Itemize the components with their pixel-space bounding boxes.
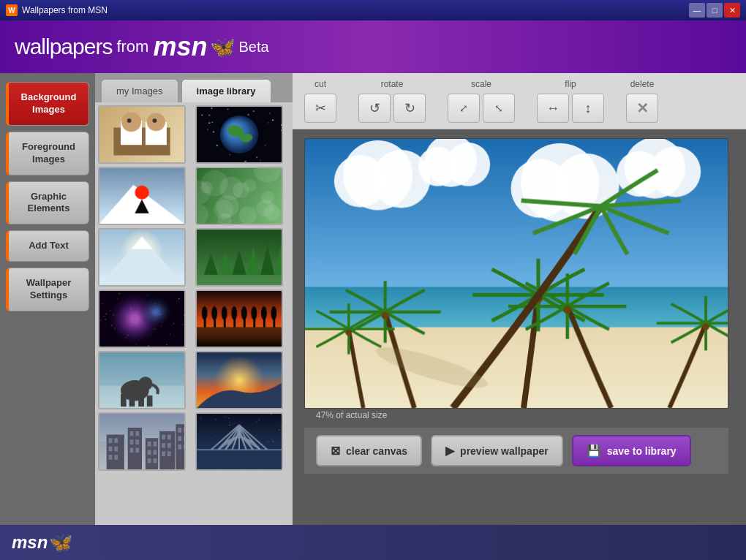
rotate-left-button[interactable]: ↺ bbox=[358, 94, 391, 123]
svg-text:W: W bbox=[8, 7, 15, 15]
scale-label: scale bbox=[471, 79, 491, 89]
footer-butterfly: 🦋 bbox=[49, 531, 72, 554]
list-item[interactable] bbox=[195, 290, 283, 348]
sidebar-item-foreground-images[interactable]: Foreground Images bbox=[6, 132, 89, 175]
image-grid-container[interactable] bbox=[95, 102, 293, 525]
sidebar-item-wallpaper-settings[interactable]: Wallpaper Settings bbox=[6, 268, 89, 311]
main-content: Background Images Foreground Images Grap… bbox=[0, 73, 746, 525]
preview-wallpaper-label: preview wallpaper bbox=[460, 445, 549, 457]
logo-msn: msn bbox=[153, 31, 207, 62]
toolbar: cut ✂ rotate ↺ ↻ scale ⤢ ⤡ fli bbox=[293, 73, 746, 129]
flip-label: flip bbox=[565, 79, 576, 89]
clear-canvas-icon: ⊠ bbox=[331, 444, 340, 458]
logo-butterfly: 🦋 bbox=[210, 35, 236, 59]
preview-wallpaper-button[interactable]: ▶ preview wallpaper bbox=[431, 435, 563, 466]
rotate-tool-group: rotate ↺ ↻ bbox=[358, 79, 426, 123]
tab-bar: my Images image library bbox=[95, 73, 293, 102]
sidebar-item-background-images[interactable]: Background Images bbox=[6, 82, 89, 126]
list-item[interactable] bbox=[195, 351, 283, 409]
rotate-right-button[interactable]: ↻ bbox=[393, 94, 426, 123]
title-bar: W Wallpapers from MSN — □ ✕ bbox=[0, 0, 746, 20]
scale-in-button[interactable]: ⤡ bbox=[483, 94, 515, 123]
save-to-library-button[interactable]: 💾 save to library bbox=[572, 435, 691, 466]
footer-msn-logo: msn bbox=[12, 532, 48, 553]
canvas-status: 47% of actual size bbox=[304, 409, 728, 422]
tab-my-images[interactable]: my Images bbox=[101, 79, 178, 102]
sidebar-item-graphic-elements[interactable]: Graphic Elements bbox=[6, 181, 89, 225]
preview-wallpaper-icon: ▶ bbox=[445, 444, 454, 458]
app-footer: msn 🦋 bbox=[0, 525, 746, 560]
logo-wallpapers: wallpapers bbox=[15, 34, 112, 59]
window-title: Wallpapers from MSN bbox=[22, 5, 108, 15]
action-bar: ⊠ clear canvas ▶ preview wallpaper 💾 sav… bbox=[304, 428, 728, 474]
close-button[interactable]: ✕ bbox=[724, 3, 740, 18]
canvas-area: 47% of actual size ⊠ clear canvas ▶ prev… bbox=[293, 129, 746, 525]
maximize-button[interactable]: □ bbox=[707, 3, 723, 18]
scale-tool-group: scale ⤢ ⤡ bbox=[448, 79, 515, 123]
rotate-label: rotate bbox=[381, 79, 404, 89]
sidebar: Background Images Foreground Images Grap… bbox=[0, 73, 95, 525]
list-item[interactable] bbox=[195, 228, 283, 287]
list-item[interactable] bbox=[195, 167, 283, 225]
list-item[interactable] bbox=[98, 167, 186, 225]
list-item[interactable] bbox=[98, 290, 186, 348]
list-item[interactable] bbox=[98, 351, 186, 409]
delete-tool-group: delete ✕ bbox=[626, 79, 658, 123]
minimize-button[interactable]: — bbox=[689, 3, 705, 18]
flip-tool-group: flip ↔ ↕ bbox=[537, 79, 604, 123]
beta-label: Beta bbox=[238, 39, 268, 56]
clear-canvas-label: clear canvas bbox=[346, 445, 407, 457]
cut-tool-group: cut ✂ bbox=[304, 79, 336, 123]
delete-button[interactable]: ✕ bbox=[626, 94, 658, 123]
app-header: wallpapers from msn 🦋 Beta bbox=[0, 20, 746, 73]
cut-label: cut bbox=[314, 79, 326, 89]
delete-label: delete bbox=[630, 79, 655, 89]
list-item[interactable] bbox=[98, 105, 186, 164]
flip-vertical-button[interactable]: ↕ bbox=[572, 94, 604, 123]
save-to-library-label: save to library bbox=[607, 445, 677, 457]
sidebar-item-add-text[interactable]: Add Text bbox=[6, 230, 89, 262]
scale-out-button[interactable]: ⤢ bbox=[448, 94, 480, 123]
list-item[interactable] bbox=[98, 228, 186, 287]
logo-from: from bbox=[116, 37, 148, 56]
clear-canvas-button[interactable]: ⊠ clear canvas bbox=[316, 435, 422, 466]
image-panel: my Images image library bbox=[95, 73, 293, 525]
list-item[interactable] bbox=[195, 412, 283, 471]
list-item[interactable] bbox=[98, 412, 186, 471]
cut-button[interactable]: ✂ bbox=[304, 94, 336, 123]
main-canvas-display bbox=[304, 138, 728, 409]
canvas-section: cut ✂ rotate ↺ ↻ scale ⤢ ⤡ fli bbox=[293, 73, 746, 525]
image-grid bbox=[98, 105, 290, 471]
title-icon: W bbox=[6, 4, 18, 16]
save-to-library-icon: 💾 bbox=[587, 444, 601, 458]
flip-horizontal-button[interactable]: ↔ bbox=[537, 94, 569, 123]
tab-image-library[interactable]: image library bbox=[181, 79, 271, 102]
window-controls: — □ ✕ bbox=[689, 3, 740, 18]
list-item[interactable] bbox=[195, 105, 283, 164]
